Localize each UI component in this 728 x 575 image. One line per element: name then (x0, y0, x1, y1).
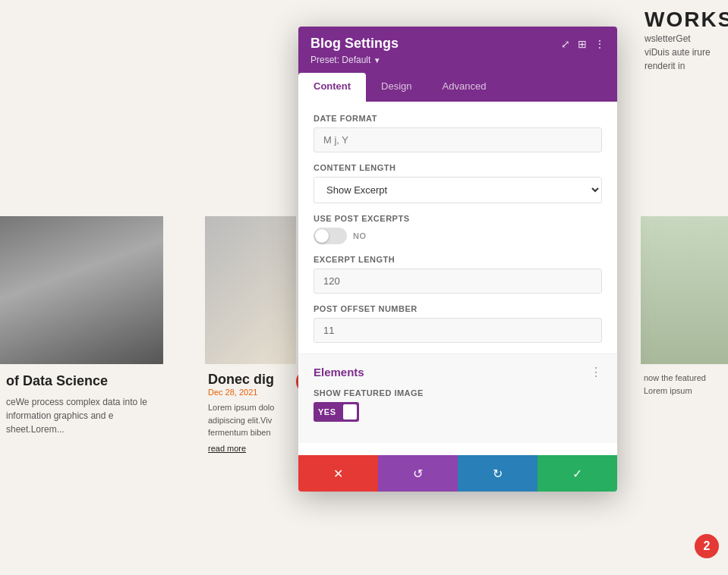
modal-header-icons: ⤢ ⊞ ⋮ (561, 38, 605, 50)
modal-header-top: Blog Settings ⤢ ⊞ ⋮ (310, 36, 605, 52)
blog-settings-modal: Blog Settings ⤢ ⊞ ⋮ Preset: Default ▼ Co… (298, 27, 617, 492)
content-length-select[interactable]: Show Excerpt Show Full Content (314, 177, 602, 203)
page-title: Works (644, 8, 720, 32)
toggle-row-excerpts: NO (314, 228, 602, 244)
card-image-inner-left (0, 216, 163, 364)
modal-header: Blog Settings ⤢ ⊞ ⋮ Preset: Default ▼ (298, 27, 617, 73)
preset-label: Preset: Default (310, 55, 370, 65)
card-body-left: of Data Science ceWe process complex dat… (0, 364, 163, 445)
elements-section: Elements ⋮ Show Featured Image YES (298, 353, 617, 443)
elements-header: Elements ⋮ (314, 365, 602, 379)
show-featured-image-label: Show Featured Image (314, 388, 602, 397)
card-title-left: of Data Science (6, 373, 157, 389)
undo-button[interactable]: ↺ (378, 455, 458, 492)
blog-card-mid: Donec dig Dec 28, 2021 Lorem ipsum dolo … (205, 216, 296, 460)
date-format-group: Date Format (314, 114, 602, 152)
toggle-yes-knob (343, 404, 357, 419)
blog-card-right: now the featured Lorem ipsum (641, 216, 728, 404)
card-text-left: ceWe process complex data into le inform… (6, 395, 157, 436)
undo-icon: ↺ (413, 467, 423, 481)
show-featured-image-group: Show Featured Image YES (314, 388, 602, 422)
close-icon: ✕ (333, 467, 343, 481)
columns-icon[interactable]: ⊞ (578, 38, 587, 50)
card-image-mid (205, 216, 296, 364)
save-button[interactable]: ✓ (537, 455, 617, 492)
elements-menu-icon[interactable]: ⋮ (590, 365, 602, 379)
badge-2: 2 (695, 534, 719, 558)
toggle-off-label: NO (353, 231, 367, 240)
more-icon[interactable]: ⋮ (594, 38, 605, 50)
post-offset-label: Post Offset Number (314, 304, 602, 313)
excerpts-toggle[interactable] (314, 228, 347, 244)
post-offset-group: Post Offset Number (314, 304, 602, 343)
excerpt-length-group: Excerpt Length (314, 255, 602, 294)
top-right-content: Works wsletterGet viDuis aute irure rend… (637, 0, 728, 80)
tab-design[interactable]: Design (366, 73, 427, 102)
card-body-right: now the featured Lorem ipsum (641, 364, 728, 404)
elements-title: Elements (314, 366, 364, 379)
excerpt-length-input[interactable] (314, 269, 602, 294)
tab-advanced[interactable]: Advanced (427, 73, 502, 102)
redo-button[interactable]: ↻ (458, 455, 537, 492)
use-post-excerpts-group: Use Post Excerpts NO (314, 214, 602, 244)
save-icon: ✓ (572, 467, 582, 481)
card-date-mid: Dec 28, 2021 (208, 388, 293, 397)
card-image-right (641, 216, 728, 364)
tab-content[interactable]: Content (298, 73, 366, 102)
card-body-mid: Donec dig Dec 28, 2021 Lorem ipsum dolo … (205, 364, 296, 460)
date-format-label: Date Format (314, 114, 602, 123)
card-title-mid: Donec dig (208, 372, 293, 388)
top-text-3: renderit in (644, 59, 720, 73)
card-image-left (0, 216, 163, 364)
preset-arrow: ▼ (373, 56, 381, 64)
modal-preset[interactable]: Preset: Default ▼ (310, 52, 605, 73)
modal-tabs: Content Design Advanced (298, 73, 617, 102)
content-length-label: Content Length (314, 163, 602, 172)
top-text-1: wsletterGet (644, 32, 720, 46)
top-text-2: viDuis aute irure (644, 46, 720, 59)
card-text-mid: Lorem ipsum dolo adipiscing elit.Viv fer… (208, 401, 293, 439)
content-length-group: Content Length Show Excerpt Show Full Co… (314, 163, 602, 203)
toggle-knob (315, 229, 329, 243)
use-post-excerpts-label: Use Post Excerpts (314, 214, 602, 223)
modal-title: Blog Settings (310, 36, 399, 52)
post-offset-input[interactable] (314, 318, 602, 343)
close-button[interactable]: ✕ (298, 455, 378, 492)
excerpt-length-label: Excerpt Length (314, 255, 602, 264)
modal-body: Date Format Content Length Show Excerpt … (298, 102, 617, 455)
toggle-yes-label: YES (314, 407, 341, 416)
blog-card-left: of Data Science ceWe process complex dat… (0, 216, 163, 445)
redo-icon: ↻ (493, 467, 503, 481)
expand-icon[interactable]: ⤢ (561, 38, 570, 50)
card-text-right: now the featured Lorem ipsum (644, 372, 725, 397)
read-more-link[interactable]: read more (208, 444, 293, 453)
modal-footer: ✕ ↺ ↻ ✓ (298, 455, 617, 492)
featured-image-toggle[interactable]: YES (314, 402, 359, 422)
date-format-input[interactable] (314, 127, 602, 152)
